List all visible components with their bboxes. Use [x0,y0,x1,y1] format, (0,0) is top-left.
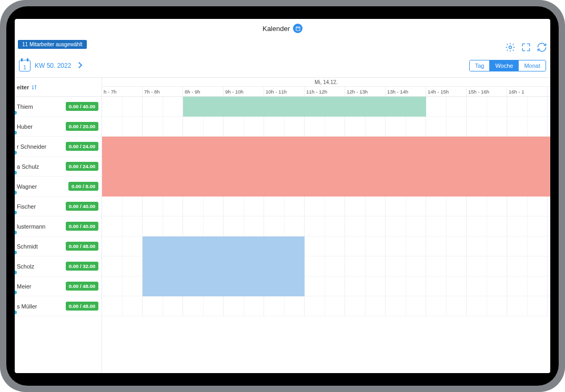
selected-employees-badge[interactable]: 11 Mitarbeiter ausgewählt [18,40,87,49]
employee-row[interactable]: s Müller0.00 / 48.00 [15,296,102,316]
hour-cell: 7h - 8h [143,87,183,96]
employee-name: Huber [17,123,33,130]
hour-cell: 8h - 9h [183,87,224,96]
date-navigator: 1 KW 50. 2022 [19,60,85,71]
employee-name: a Schulz [17,163,39,170]
view-week-button[interactable]: Woche [489,60,518,71]
schedule-block[interactable] [143,236,305,256]
tablet-bezel: Kalender 11 Mitarbeiter ausgewählt [6,6,559,386]
employee-row[interactable]: Fischer0.00 / 40.00 [15,197,102,216]
timeline-row[interactable] [102,137,550,157]
schedule-block[interactable] [102,137,550,157]
employee-row[interactable]: Schmidt0.00 / 48.00 [15,236,102,256]
employee-row[interactable]: Thiem0.00 / 40.00 [15,97,102,117]
timeline-row[interactable] [102,256,550,276]
schedule-block[interactable] [102,157,550,177]
hours-badge: 0.00 / 48.00 [66,302,98,311]
status-dot [15,211,17,214]
chevron-right-icon[interactable] [75,60,85,71]
employee-row[interactable]: Meier0.00 / 48.00 [15,276,102,296]
hours-badge: 0.00 / 48.00 [66,282,98,291]
tablet-frame: Kalender 11 Mitarbeiter ausgewählt [0,0,565,392]
app-screen: Kalender 11 Mitarbeiter ausgewählt [15,19,550,373]
view-switch: Tag Woche Monat [469,60,546,71]
employee-row[interactable]: a Schulz0.00 / 24.00 [15,157,102,177]
timeline[interactable]: Mi, 14.12. h - 7h7h - 8h8h - 9h9h - 10h1… [102,78,550,373]
hour-cell: 14h - 15h [426,87,467,96]
expand-icon[interactable] [521,42,531,55]
schedule-block[interactable] [183,97,426,117]
sidebar-header-label: eiter [17,84,29,90]
gear-icon[interactable] [505,42,516,55]
hours-badge: 0.00 / 40.00 [66,102,98,111]
hours-badge: 0.00 / 48.00 [66,242,98,251]
timeline-row[interactable] [102,177,550,197]
hours-badge: 0.00 / 32.00 [66,262,98,271]
hour-cell: 16h - 1 [507,87,548,96]
timeline-row[interactable] [102,296,550,316]
employee-name: Meier [17,283,32,290]
status-dot [15,291,17,294]
status-dot [15,131,17,135]
view-month-button[interactable]: Monat [518,60,546,71]
timeline-row[interactable] [102,216,550,236]
employee-row[interactable]: Wagner0.00 / 8.00 [15,177,102,197]
sidebar-header[interactable]: eiter [15,78,102,97]
view-day-button[interactable]: Tag [470,60,490,71]
timeline-row[interactable] [102,157,550,177]
hours-badge: 0.00 / 8.00 [68,182,98,191]
hour-cell: 10h - 11h [264,87,305,96]
schedule-block[interactable] [143,276,305,296]
hour-cell: h - 7h [102,87,143,96]
timeline-row[interactable] [102,276,550,296]
timeline-row[interactable] [102,236,550,256]
hour-cell: 11h - 12h [305,87,345,96]
timeline-row[interactable] [102,97,550,117]
hour-cell: 12h - 13h [345,87,386,96]
status-dot [15,251,17,254]
status-dot [15,271,17,274]
employee-name: Scholz [17,263,34,270]
hours-badge: 0.00 / 24.00 [66,142,98,151]
employee-row[interactable]: Huber0.00 / 20.00 [15,117,102,137]
status-dot [15,151,17,154]
status-dot [15,231,17,234]
status-dot [15,311,17,314]
schedule-block[interactable] [102,177,550,197]
selection-badge-row: 11 Mitarbeiter ausgewählt [15,38,550,49]
hours-badge: 0.00 / 40.00 [66,202,98,211]
employee-row[interactable]: Scholz0.00 / 32.00 [15,256,102,276]
timeline-rows [102,97,550,316]
page-title: Kalender [263,24,302,33]
employee-name: Thiem [17,104,33,110]
svg-point-0 [509,46,512,49]
hour-header: h - 7h7h - 8h8h - 9h9h - 10h10h - 11h11h… [102,87,550,97]
timeline-row[interactable] [102,117,550,137]
employee-row[interactable]: r Schneider0.00 / 24.00 [15,137,102,157]
calendar-header-icon [293,24,302,33]
hours-badge: 0.00 / 40.00 [66,222,98,231]
day-header: Mi, 14.12. [102,78,550,87]
hours-badge: 0.00 / 20.00 [66,122,98,131]
schedule-block[interactable] [143,256,305,276]
header-actions [505,42,547,55]
schedule-grid: eiter Thiem0.00 / 40.00Huber0.00 / 20.00… [15,77,550,373]
hour-cell: 15h - 16h [467,87,507,96]
employee-name: lustermann [17,223,45,230]
app-header: Kalender [15,19,550,38]
calendar-picker-icon[interactable]: 1 [19,60,31,71]
employee-list: Thiem0.00 / 40.00Huber0.00 / 20.00r Schn… [15,97,102,316]
status-dot [15,111,17,115]
week-label: KW 50. 2022 [35,62,71,69]
hour-cell: 13h - 14h [386,87,426,96]
sort-icon [31,84,37,90]
timeline-row[interactable] [102,197,550,216]
page-title-text: Kalender [263,25,290,33]
employee-sidebar: eiter Thiem0.00 / 40.00Huber0.00 / 20.00… [15,78,102,373]
employee-name: s Müller [17,303,37,310]
refresh-icon[interactable] [537,42,547,55]
employee-row[interactable]: lustermann0.00 / 40.00 [15,216,102,236]
hours-badge: 0.00 / 24.00 [66,162,98,171]
hour-cell: 9h - 10h [224,87,264,96]
status-dot [15,191,17,194]
